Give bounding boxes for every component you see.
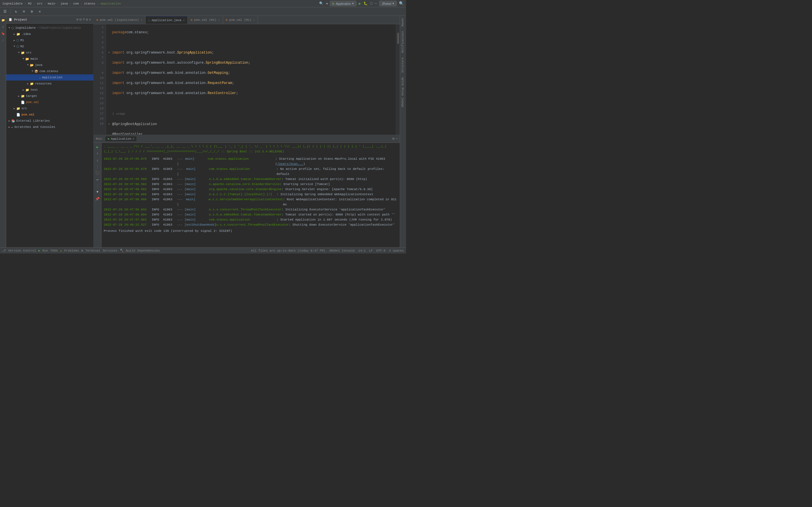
jrebel-dropdown-icon: ▾ <box>393 2 394 5</box>
run-app-tab[interactable]: ▶ Application ✕ <box>105 136 137 141</box>
tree-item-m1[interactable]: ▶ ⬡ M1 <box>6 37 93 43</box>
code-line-4: import org.springframework.boot.autoconf… <box>108 60 394 65</box>
project-toggle-button[interactable]: ☰ <box>2 8 8 15</box>
tree-item-pom-m2[interactable]: 📄 pom.xml <box>6 99 93 105</box>
settings-button[interactable]: ⚙ <box>29 8 35 15</box>
search-everywhere-icon[interactable]: 🔍 <box>399 1 404 6</box>
status-terminal-label[interactable]: Terminal <box>86 249 100 252</box>
tab-close-application-java[interactable]: ✕ <box>183 18 185 22</box>
folder-icon-src-root: 📁 <box>16 107 20 110</box>
run-content[interactable]: . ____ _ __ _ _ /\\ / ___'_ __ _ _(_)_ _… <box>101 143 400 247</box>
jrebel-button[interactable]: JRebel ▾ <box>379 1 397 6</box>
filter-button[interactable]: ▼ <box>94 189 101 195</box>
tree-item-test[interactable]: ▶ 📁 test <box>6 87 93 93</box>
expand-arrow-test: ▶ <box>21 89 26 92</box>
status-line-sep[interactable]: LF <box>369 249 373 252</box>
breadcrumb-java: java <box>60 2 68 5</box>
collapse-all-icon[interactable]: ⊟ <box>80 17 82 22</box>
log-line-4: 2022-07-20 20:47:56.582 INFO 41963 --- [… <box>104 182 398 187</box>
tab-pom-logvalidate[interactable]: m pom.xml (logValidate) ✕ <box>94 16 146 24</box>
close-button[interactable]: ✕ <box>36 8 43 15</box>
tree-item-application[interactable]: ☕ Application <box>6 74 93 80</box>
code-line-10: @RestController <box>108 132 394 135</box>
status-services-label[interactable]: Services <box>103 249 117 252</box>
tree-item-main[interactable]: ▼ 📂 main <box>6 56 93 62</box>
debug-button[interactable]: 🐛 <box>363 1 368 6</box>
scroll-down-button[interactable]: ↓ <box>94 158 101 164</box>
sidebar-structure-icon[interactable]: ⊞ <box>0 24 6 30</box>
project-icon: 📋 <box>8 18 12 21</box>
run-button[interactable]: ▶ <box>359 1 361 6</box>
scroll-up-button[interactable]: ↑ <box>94 151 101 157</box>
tree-item-scratches[interactable]: ▶ ✏️ Scratches and Consoles <box>6 124 93 130</box>
tab-close-pom-m2[interactable]: ✕ <box>218 18 220 22</box>
tree-item-pom-root[interactable]: 📄 pom.xml <box>6 112 93 118</box>
tree-item-resources[interactable]: ▶ 📁 resources <box>6 80 93 87</box>
tree-item-java[interactable]: ▼ 📂 java <box>6 62 93 68</box>
tab-pom-m2[interactable]: m pom.xml (M2) ✕ <box>188 16 223 24</box>
code-editor[interactable]: 1 2 3 4 5 6 7 8 9 10 11 12 13 14 15 16 <box>94 24 400 135</box>
more-actions-icon[interactable]: ⋯ <box>375 1 377 6</box>
status-build-label[interactable]: Build <box>126 249 135 252</box>
expand-arrow-m1: ▶ <box>12 39 16 42</box>
project-close-icon[interactable]: ✕ <box>89 17 91 22</box>
breadcrumb-main: main <box>48 2 55 5</box>
tree-item-logvalidate[interactable]: ▼ ⬡ logValidate ~/IdeaProjects/logValida… <box>6 25 93 31</box>
run-minimize-icon[interactable]: — <box>396 136 398 141</box>
sidebar-project-icon[interactable]: 📁 <box>0 17 6 23</box>
right-sidebar-tab-structure[interactable]: Structure <box>400 55 406 75</box>
soft-wrap-button[interactable]: ↩ <box>94 177 101 183</box>
spring-banner-art: . ____ _ __ _ _ /\\ / ___'_ __ _ _(_)_ _… <box>104 144 398 154</box>
tree-item-src-root[interactable]: ▶ 📁 src <box>6 105 93 112</box>
code-line-5: import org.springframework.web.bind.anno… <box>108 70 394 75</box>
locate-file-icon[interactable]: ⊕ <box>77 17 79 22</box>
code-content[interactable]: package com.stanxu; ⊖import org.springfr… <box>106 24 396 135</box>
tree-item-external-libs[interactable]: ▶ 📚 External Libraries <box>6 118 93 124</box>
tab-close-pom-logvalidate[interactable]: ✕ <box>141 18 142 22</box>
right-sidebar-tab-maven[interactable]: Maven <box>400 16 406 29</box>
status-indent[interactable]: 4 spaces <box>389 249 404 252</box>
search-icon[interactable]: 🔍 <box>319 1 323 6</box>
scrollbar-thumb[interactable] <box>397 33 399 44</box>
editor-scrollbar[interactable] <box>396 24 400 135</box>
tab-application-java[interactable]: ☕ Application.java ✕ <box>146 16 188 24</box>
right-sidebar-tab-notifications[interactable]: Notifications <box>400 29 406 55</box>
log-link-1[interactable]: /Users/Stan... <box>277 162 303 166</box>
tab-bar: m pom.xml (logValidate) ✕ ☕ Application.… <box>94 16 400 24</box>
java-file-icon-application: ☕ <box>39 76 41 79</box>
collapse-button[interactable]: ⊖ <box>20 8 28 15</box>
status-vcs-label[interactable]: Version Control <box>8 249 36 252</box>
sidebar-bookmarks-icon[interactable]: 🔖 <box>0 31 6 37</box>
tree-item-m2[interactable]: ▼ ⬡ M2 <box>6 43 93 50</box>
tree-item-target[interactable]: ▶ 📁 target <box>6 93 93 99</box>
run-settings-icon[interactable]: ⚙ <box>393 136 395 141</box>
project-settings-icon[interactable]: ⚙ <box>86 17 88 22</box>
run-panel-header: Run: ▶ Application ✕ ⚙ — <box>94 135 400 143</box>
status-run-label[interactable]: Run <box>43 249 48 252</box>
expand-all-icon[interactable]: ≡ <box>83 17 85 22</box>
right-sidebar-tab-jrebel[interactable]: JRebel Setup Guide <box>400 75 406 110</box>
tab-icon-application-java: ☕ <box>148 18 150 22</box>
pin-button[interactable]: 📌 <box>94 196 101 202</box>
status-encoding[interactable]: UTF-8 <box>376 249 386 252</box>
sync-button[interactable]: ↻ <box>13 8 19 15</box>
run-config-button[interactable]: ▶ Application ▾ <box>330 1 356 6</box>
line-numbers: 1 2 3 4 5 6 7 8 9 10 11 12 13 14 15 16 <box>94 24 106 135</box>
status-dependencies-label[interactable]: Dependencies <box>138 249 160 252</box>
stop-button[interactable]: ⬛ <box>94 170 101 176</box>
status-jrebel-console[interactable]: JRebel Console <box>329 249 355 252</box>
status-todo-label[interactable]: TODO <box>50 249 57 252</box>
navigate-back-icon[interactable]: ◀ <box>326 1 327 6</box>
coverage-button[interactable]: ⬡ <box>370 1 373 6</box>
tab-close-pom-m1[interactable]: ✕ <box>253 18 255 22</box>
tab-pom-m1[interactable]: m pom.xml (M1) ✕ <box>223 16 258 24</box>
tree-item-src[interactable]: ▼ 📁 src <box>6 50 93 56</box>
main-layout: 📁 ⊞ 🔖 J 📋 Project ⊕ ⊟ ≡ ⚙ ✕ ▼ ⬡ logValid… <box>0 16 406 247</box>
run-tab-close-icon[interactable]: ✕ <box>133 137 135 140</box>
log-line-5: 2022-07-20 20:47:56.582 INFO 41963 --- [… <box>104 187 398 192</box>
rerun-button[interactable]: ▶ <box>94 144 101 150</box>
status-problems-label[interactable]: Problems <box>64 249 79 252</box>
sidebar-jrebel-icon[interactable]: J <box>0 38 6 43</box>
tree-item-idea[interactable]: ▶ 📁 .idea <box>6 31 93 37</box>
tree-item-com-stanxu[interactable]: ▼ 📦 com.stanxu <box>6 68 93 74</box>
